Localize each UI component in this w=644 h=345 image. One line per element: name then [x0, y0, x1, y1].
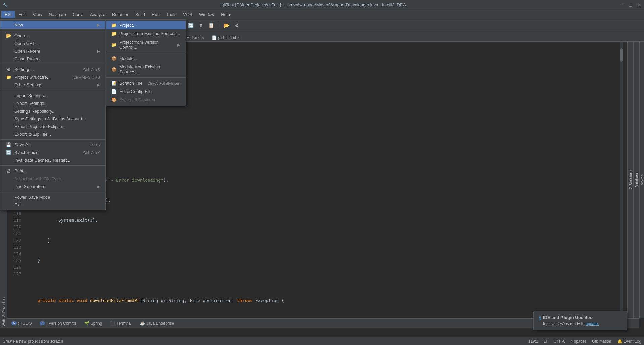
menu-item-build[interactable]: Build: [132, 11, 148, 18]
menu-item-run[interactable]: Run: [148, 11, 163, 18]
menu-export-label: Export Settings...: [14, 101, 48, 106]
code-line-101: System.exit(1);: [27, 217, 625, 224]
menu-export-eclipse[interactable]: Export Project to Eclipse...: [0, 123, 105, 130]
code-line-99: System.out.println("- Error downloading"…: [27, 177, 625, 184]
new-project-vcs[interactable]: 📁 Project from Version Control... ▶: [106, 38, 186, 51]
line-separator[interactable]: LF: [544, 339, 548, 344]
menu-settings-label: Settings...: [14, 67, 34, 72]
menu-settings-repo[interactable]: Settings Repository...: [0, 107, 105, 115]
notification-link[interactable]: update.: [586, 321, 599, 326]
menu-invalidate-caches[interactable]: Invalidate Caches / Restart...: [0, 156, 105, 164]
menu-item-code[interactable]: Code: [69, 11, 87, 18]
code-line-105: private static void downloadFileFromURL(…: [27, 297, 625, 304]
menu-exit[interactable]: Exit: [0, 201, 105, 209]
menu-project-structure-label: Project Structure...: [14, 75, 51, 80]
new-arrow: ▶: [97, 22, 100, 27]
favorites-icon[interactable]: 2: Favorites: [2, 297, 6, 317]
menu-print[interactable]: 🖨 Print...: [0, 167, 105, 175]
menu-div-5: [0, 165, 105, 166]
minimize-button[interactable]: −: [620, 2, 625, 8]
editor-scrollbar[interactable]: [620, 42, 623, 318]
menu-export-zip-label: Export to Zip File...: [14, 132, 51, 137]
menu-synchronize[interactable]: 🔄 Synchronize Ctrl+Alt+Y: [0, 149, 105, 156]
new-module-existing[interactable]: 📦 Module from Existing Sources...: [106, 63, 186, 76]
new-project-icon: 📁: [111, 23, 117, 28]
tab-java-enterprise[interactable]: ☕ Java Enterprise: [137, 320, 177, 327]
menu-project-structure[interactable]: 📁 Project Structure... Ctrl+Alt+Shift+S: [0, 73, 105, 81]
new-project[interactable]: 📁 Project...: [106, 21, 186, 29]
menu-power-save-mode[interactable]: Power Save Mode: [0, 193, 105, 201]
indent[interactable]: 4 spaces: [571, 339, 587, 344]
synchronize-shortcut: Ctrl+Alt+Y: [83, 151, 100, 155]
menu-item-view[interactable]: View: [29, 11, 45, 18]
save-shortcut: Ctrl+S: [90, 143, 100, 147]
menu-new-label: New: [14, 22, 23, 27]
menu-line-separators[interactable]: Line Separators ▶: [0, 183, 105, 190]
menu-item-edit[interactable]: Edit: [15, 11, 29, 18]
z-structure-panel[interactable]: Z-Structure: [627, 42, 633, 318]
terminal-button[interactable]: 📂: [222, 22, 231, 29]
menu-div-2: [0, 64, 105, 64]
event-log[interactable]: 🔔 Event Log: [617, 339, 641, 344]
todo-label: : TODO: [18, 321, 32, 326]
menu-item-help[interactable]: Help: [218, 11, 233, 18]
scrollbar-thumb[interactable]: [620, 48, 623, 62]
new-sub-div-1: [106, 53, 186, 53]
menu-new[interactable]: New ▶: [0, 21, 105, 29]
menu-export-zip[interactable]: Export to Zip File...: [0, 130, 105, 138]
status-bar: Create a new project from scratch 119:1 …: [0, 337, 644, 345]
menu-save-all-label: Save All: [14, 142, 30, 147]
menu-open-url[interactable]: Open URL...: [0, 40, 105, 47]
menu-settings[interactable]: ⚙ Settings... Ctrl+Alt+S: [0, 66, 105, 73]
tab-gittest-iml[interactable]: 📄 gitTest.iml ×: [208, 33, 243, 41]
menu-item-window[interactable]: Window: [196, 11, 218, 18]
tab-close-iml[interactable]: ×: [237, 36, 239, 40]
title-bar: 🔧 gitTest [E:\IdeaProjects\gitTest] - ..…: [0, 0, 644, 10]
menu-close-project[interactable]: Close Project: [0, 55, 105, 63]
menu-import-settings[interactable]: Import Settings...: [0, 92, 105, 99]
toolbar-sep-5: [219, 22, 219, 29]
new-editorconfig[interactable]: 📄 EditorConfig File: [106, 87, 186, 96]
menu-export-settings[interactable]: Export Settings...: [0, 99, 105, 107]
web-icon-side[interactable]: Web: [2, 319, 6, 326]
maximize-button[interactable]: □: [628, 2, 633, 8]
encoding[interactable]: UTF-8: [554, 339, 565, 344]
database-panel[interactable]: Database: [633, 42, 639, 318]
spring-icon: 🌱: [84, 321, 89, 326]
tab-spring[interactable]: 🌱 Spring: [82, 320, 105, 327]
database-label[interactable]: Database: [635, 172, 639, 188]
menu-item-analyze[interactable]: Analyze: [87, 11, 109, 18]
z-structure-label[interactable]: Z-Structure: [629, 170, 633, 189]
menu-item-vcs[interactable]: VCS: [180, 11, 196, 18]
new-module[interactable]: 📦 Module...: [106, 54, 186, 63]
maven-label[interactable]: Maven: [640, 174, 644, 185]
new-project-label: Project...: [119, 23, 137, 28]
git-history-button[interactable]: 📋: [206, 22, 216, 29]
close-button[interactable]: ×: [636, 2, 641, 8]
settings-toolbar-button[interactable]: ⚙: [233, 22, 241, 29]
cursor-position[interactable]: 119:1: [528, 339, 538, 344]
new-project-vcs-icon: 📁: [111, 42, 117, 47]
menu-item-navigate[interactable]: Navigate: [45, 11, 69, 18]
menu-item-refactor[interactable]: Refactor: [109, 11, 132, 18]
tab-todo[interactable]: 6 : TODO: [9, 320, 34, 327]
tab-terminal[interactable]: ⬛ Terminal: [107, 320, 134, 327]
menu-item-file[interactable]: File: [1, 11, 15, 18]
menu-sync-settings[interactable]: Sync Settings to JetBrains Account...: [0, 115, 105, 123]
menu-open-recent[interactable]: Open Recent ▶: [0, 47, 105, 55]
maven-panel[interactable]: Maven: [639, 42, 644, 318]
new-project-existing-icon: 📁: [111, 31, 117, 36]
new-project-existing[interactable]: 📁 Project from Existing Sources...: [106, 29, 186, 38]
tab-close-help[interactable]: ×: [202, 36, 204, 40]
menu-associate-file-type: Associate with File Type...: [0, 175, 105, 183]
git-branch[interactable]: Git: master: [592, 339, 612, 344]
git-push-button[interactable]: ⬆: [197, 22, 205, 29]
new-sub-div-2: [106, 77, 186, 78]
new-scratch-file[interactable]: 📝 Scratch File Ctrl+Alt+Shift+Insert: [106, 79, 186, 87]
tab-version-control[interactable]: 9 : Version Control: [37, 320, 78, 327]
menu-open[interactable]: 📂 Open...: [0, 32, 105, 40]
menu-item-tools[interactable]: Tools: [163, 11, 180, 18]
menu-save-all[interactable]: 💾 Save All Ctrl+S: [0, 141, 105, 149]
menu-other-settings[interactable]: Other Settings ▶: [0, 81, 105, 89]
git-update-button[interactable]: 🔄: [186, 22, 196, 29]
